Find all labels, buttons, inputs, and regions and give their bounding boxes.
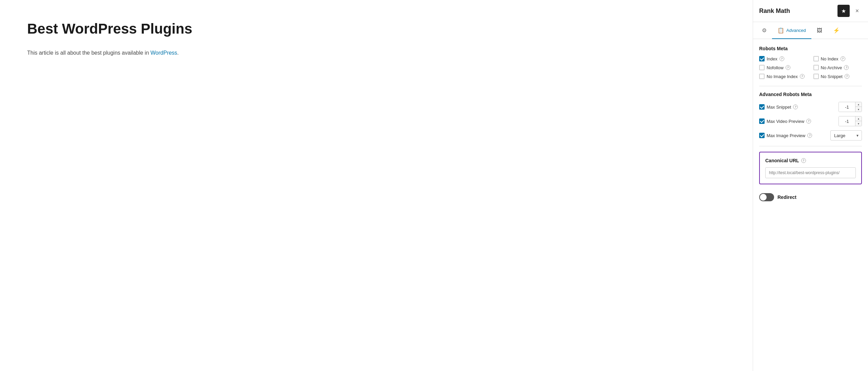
- help-no-archive-icon[interactable]: ?: [844, 65, 849, 70]
- checkbox-row-index: Index ?: [759, 56, 808, 61]
- media-icon: 🖼: [817, 27, 822, 34]
- close-button[interactable]: ×: [852, 6, 862, 16]
- checkbox-no-image-index[interactable]: [759, 74, 765, 79]
- tab-advanced-label: Advanced: [786, 28, 806, 33]
- robots-meta-title: Robots Meta: [759, 46, 862, 51]
- redirect-label: Redirect: [777, 194, 796, 200]
- sidebar-header: Rank Math ★ ×: [753, 0, 868, 22]
- checkbox-no-archive[interactable]: [813, 65, 819, 70]
- robots-meta-grid: Index ? No Index ? Nofollow ?: [759, 56, 862, 79]
- sidebar-tabs: ⚙ 📋 Advanced 🖼 ⚡: [753, 22, 868, 39]
- max-snippet-left: Max Snippet ?: [759, 104, 798, 110]
- advanced-row-max-image-preview: Max Image Preview ? None Standard Large …: [759, 130, 862, 141]
- canonical-url-section: Canonical URL ?: [759, 152, 862, 184]
- checkbox-row-no-archive: No Archive ?: [813, 65, 862, 70]
- max-image-preview-select-wrap: None Standard Large ▼: [830, 130, 862, 141]
- star-button[interactable]: ★: [837, 5, 850, 17]
- help-canonical-icon[interactable]: ?: [801, 158, 806, 163]
- redirect-row: Redirect: [759, 190, 862, 205]
- tab-advanced[interactable]: 📋 Advanced: [772, 22, 811, 39]
- max-video-preview-down[interactable]: ▼: [855, 121, 862, 126]
- max-snippet-input-wrap: ▲ ▼: [839, 102, 862, 112]
- help-max-snippet-icon[interactable]: ?: [793, 105, 798, 109]
- help-index-icon[interactable]: ?: [780, 56, 784, 61]
- help-no-index-icon[interactable]: ?: [841, 56, 845, 61]
- canonical-url-label: Canonical URL: [765, 158, 799, 163]
- checkbox-max-snippet[interactable]: [759, 104, 765, 110]
- checkbox-nofollow[interactable]: [759, 65, 765, 70]
- checkbox-no-index-label: No Index: [821, 56, 839, 61]
- canonical-url-title: Canonical URL ?: [765, 158, 856, 163]
- tab-media[interactable]: 🖼: [811, 23, 828, 39]
- max-image-preview-select[interactable]: None Standard Large: [830, 130, 862, 141]
- max-video-preview-label: Max Video Preview: [767, 119, 804, 124]
- canonical-url-input[interactable]: [765, 167, 856, 178]
- checkbox-max-image-preview[interactable]: [759, 133, 765, 138]
- help-max-video-preview-icon[interactable]: ?: [806, 119, 811, 124]
- help-no-image-index-icon[interactable]: ?: [800, 74, 805, 79]
- checkbox-row-no-image-index: No Image Index ?: [759, 74, 808, 79]
- max-snippet-input[interactable]: [839, 102, 855, 112]
- checkbox-row-nofollow: Nofollow ?: [759, 65, 808, 70]
- advanced-row-max-snippet: Max Snippet ? ▲ ▼: [759, 102, 862, 112]
- help-no-snippet-icon[interactable]: ?: [845, 74, 849, 79]
- checkbox-no-index[interactable]: [813, 56, 819, 61]
- advanced-row-max-video-preview: Max Video Preview ? ▲ ▼: [759, 116, 862, 126]
- max-snippet-spinners: ▲ ▼: [855, 102, 862, 112]
- advanced-robots-meta-section: Advanced Robots Meta Max Snippet ? ▲ ▼: [759, 92, 862, 141]
- checkbox-row-no-index: No Index ?: [813, 56, 862, 61]
- checkbox-nofollow-label: Nofollow: [767, 65, 784, 70]
- robots-meta-section: Robots Meta Index ? No Index ? Nofo: [759, 46, 862, 79]
- divider-2: [759, 146, 862, 146]
- checkbox-no-snippet-label: No Snippet: [821, 74, 843, 79]
- max-image-preview-label: Max Image Preview: [767, 133, 805, 138]
- tab-settings[interactable]: ⚙: [756, 22, 772, 39]
- filter-icon: ⚡: [833, 27, 840, 34]
- settings-icon: ⚙: [762, 27, 767, 34]
- checkbox-index[interactable]: [759, 56, 765, 61]
- redirect-toggle[interactable]: [759, 193, 774, 201]
- max-video-preview-up[interactable]: ▲: [855, 116, 862, 121]
- checkbox-index-label: Index: [767, 56, 777, 61]
- max-video-preview-input[interactable]: [839, 116, 855, 126]
- rank-math-sidebar: Rank Math ★ × ⚙ 📋 Advanced 🖼 ⚡ Robots Me…: [753, 0, 868, 371]
- article-body-suffix: .: [177, 50, 179, 56]
- advanced-robots-meta-title: Advanced Robots Meta: [759, 92, 862, 97]
- checkbox-no-archive-label: No Archive: [821, 65, 842, 70]
- sidebar-header-actions: ★ ×: [837, 5, 862, 17]
- divider-1: [759, 86, 862, 86]
- checkbox-row-no-snippet: No Snippet ?: [813, 74, 862, 79]
- max-video-preview-left: Max Video Preview ?: [759, 118, 811, 124]
- max-snippet-down[interactable]: ▼: [855, 107, 862, 112]
- article-body: This article is all about the best plugi…: [27, 48, 726, 57]
- article-body-prefix: This article is all about the best plugi…: [27, 50, 151, 56]
- advanced-icon: 📋: [777, 27, 784, 34]
- checkbox-max-video-preview[interactable]: [759, 118, 765, 124]
- article-title: Best WordPress Plugins: [27, 20, 726, 37]
- sidebar-content: Robots Meta Index ? No Index ? Nofo: [753, 39, 868, 371]
- tab-filter[interactable]: ⚡: [828, 22, 845, 39]
- max-snippet-label: Max Snippet: [767, 105, 791, 110]
- checkbox-no-snippet[interactable]: [813, 74, 819, 79]
- sidebar-title: Rank Math: [759, 7, 790, 15]
- max-video-preview-input-wrap: ▲ ▼: [839, 116, 862, 126]
- help-max-image-preview-icon[interactable]: ?: [807, 133, 812, 138]
- max-snippet-up[interactable]: ▲: [855, 102, 862, 107]
- max-video-preview-spinners: ▲ ▼: [855, 116, 862, 126]
- checkbox-no-image-index-label: No Image Index: [767, 74, 798, 79]
- max-image-preview-left: Max Image Preview ?: [759, 133, 812, 138]
- wordpress-link[interactable]: WordPress: [151, 50, 177, 56]
- help-nofollow-icon[interactable]: ?: [786, 65, 790, 70]
- main-content: Best WordPress Plugins This article is a…: [0, 0, 753, 371]
